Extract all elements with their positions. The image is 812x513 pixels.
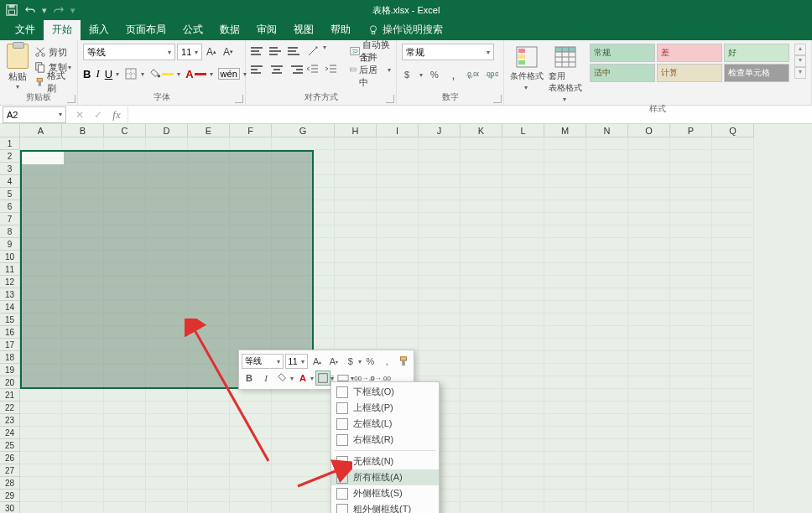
orientation-icon[interactable] <box>306 44 321 59</box>
cell[interactable] <box>670 225 712 238</box>
decrease-indent-icon[interactable] <box>306 62 321 77</box>
cell[interactable] <box>62 339 104 351</box>
cell[interactable] <box>712 225 754 238</box>
col-header-M[interactable]: M <box>544 124 586 137</box>
cell[interactable] <box>272 301 335 314</box>
cell[interactable] <box>62 402 104 414</box>
cell[interactable] <box>670 339 712 351</box>
cell[interactable] <box>502 175 544 188</box>
cell[interactable] <box>230 389 272 402</box>
cell[interactable] <box>62 452 104 464</box>
cell[interactable] <box>104 200 146 213</box>
cell[interactable] <box>670 464 712 477</box>
enter-icon[interactable]: ✓ <box>92 109 104 121</box>
mini-increase-font-icon[interactable]: A▴ <box>310 354 325 369</box>
tab-data[interactable]: 数据 <box>211 19 248 40</box>
cell[interactable] <box>377 251 419 263</box>
mini-size-select[interactable]: 11▾ <box>285 354 309 369</box>
cell[interactable] <box>188 326 230 339</box>
col-header-I[interactable]: I <box>377 124 419 137</box>
cell[interactable] <box>188 288 230 301</box>
row-header-21[interactable]: 21 <box>0 389 20 402</box>
cell[interactable] <box>62 213 104 225</box>
cell[interactable] <box>104 439 146 452</box>
cell[interactable] <box>502 364 544 376</box>
border-menu-item[interactable]: 右框线(R) <box>331 432 439 448</box>
cell[interactable] <box>335 238 377 251</box>
cell[interactable] <box>670 502 712 513</box>
row-header-3[interactable]: 3 <box>0 163 20 175</box>
row-header-22[interactable]: 22 <box>0 402 20 414</box>
cell[interactable] <box>20 225 62 238</box>
cell[interactable] <box>712 213 754 225</box>
cell[interactable] <box>62 288 104 301</box>
cell[interactable] <box>544 351 586 364</box>
cell[interactable] <box>377 188 419 200</box>
cell[interactable] <box>670 263 712 276</box>
cell[interactable] <box>335 188 377 200</box>
select-all-corner[interactable] <box>0 124 20 137</box>
cell[interactable] <box>20 238 62 251</box>
decrease-decimal-icon[interactable]: .00.0 <box>484 67 498 82</box>
cell[interactable] <box>712 326 754 339</box>
cell[interactable] <box>188 389 230 402</box>
cell[interactable] <box>419 339 461 351</box>
cell[interactable] <box>230 326 272 339</box>
cell[interactable] <box>586 402 628 414</box>
cell[interactable] <box>586 213 628 225</box>
bold-button[interactable]: B <box>83 68 91 80</box>
cell[interactable] <box>461 137 502 150</box>
cell[interactable] <box>586 414 628 427</box>
cell[interactable] <box>20 326 62 339</box>
cell[interactable] <box>104 163 146 175</box>
cell[interactable] <box>586 351 628 364</box>
cell[interactable] <box>461 402 502 414</box>
cell[interactable] <box>146 439 188 452</box>
cell[interactable] <box>272 238 335 251</box>
cell[interactable] <box>502 263 544 276</box>
cell[interactable] <box>104 364 146 376</box>
phonetic-button[interactable]: wén <box>218 68 240 80</box>
cell[interactable] <box>146 276 188 288</box>
cell[interactable] <box>377 163 419 175</box>
cell[interactable] <box>544 175 586 188</box>
cell[interactable] <box>628 213 670 225</box>
font-launcher-icon[interactable] <box>235 95 243 103</box>
tab-page-layout[interactable]: 页面布局 <box>117 19 174 40</box>
cell[interactable] <box>377 200 419 213</box>
cell[interactable] <box>146 314 188 326</box>
cell[interactable] <box>670 490 712 502</box>
cell[interactable] <box>188 402 230 414</box>
cell[interactable] <box>670 200 712 213</box>
cell[interactable] <box>544 263 586 276</box>
cell[interactable] <box>670 150 712 163</box>
mini-font-select[interactable]: 等线▾ <box>242 354 284 369</box>
cell[interactable] <box>670 188 712 200</box>
cell[interactable] <box>544 502 586 513</box>
cell[interactable] <box>586 452 628 464</box>
row-header-16[interactable]: 16 <box>0 326 20 339</box>
alignment-launcher-icon[interactable] <box>386 95 394 103</box>
cell[interactable] <box>20 263 62 276</box>
row-header-26[interactable]: 26 <box>0 452 20 464</box>
cell[interactable] <box>461 200 502 213</box>
cell[interactable] <box>628 351 670 364</box>
cell[interactable] <box>62 301 104 314</box>
cell[interactable] <box>461 263 502 276</box>
cell[interactable] <box>104 502 146 513</box>
cell[interactable] <box>419 213 461 225</box>
cell[interactable] <box>20 464 62 477</box>
row-header-6[interactable]: 6 <box>0 200 20 213</box>
cell[interactable] <box>712 464 754 477</box>
cell[interactable] <box>502 414 544 427</box>
cell[interactable] <box>586 150 628 163</box>
cell[interactable] <box>461 188 502 200</box>
cell[interactable] <box>377 137 419 150</box>
cell[interactable] <box>272 464 335 477</box>
cell[interactable] <box>544 225 586 238</box>
border-button[interactable] <box>124 67 138 80</box>
cell[interactable] <box>272 502 335 513</box>
cell[interactable] <box>544 339 586 351</box>
cell[interactable] <box>188 263 230 276</box>
cell[interactable] <box>335 225 377 238</box>
